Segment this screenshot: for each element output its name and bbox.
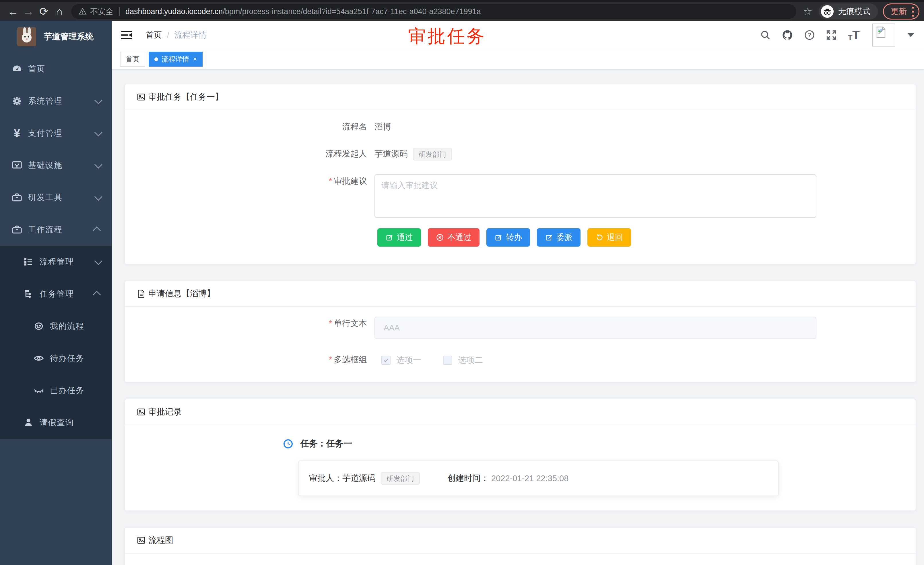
- sidebar-item-payment[interactable]: ¥ 支付管理: [0, 117, 112, 149]
- transfer-button[interactable]: 转办: [486, 228, 530, 246]
- sidebar-item-todo-tasks[interactable]: 待办任务: [0, 342, 112, 374]
- checkbox-group-label: 多选框组: [334, 355, 367, 364]
- apply-card-header: 申请信息【滔博】: [125, 281, 916, 307]
- dashboard-icon: [10, 63, 24, 75]
- apply-info-card: 申请信息【滔博】 *单行文本 *多选框组 选项一: [124, 281, 916, 383]
- font-size-icon[interactable]: TT: [848, 29, 860, 41]
- help-icon[interactable]: ?: [804, 30, 815, 41]
- chevron-down-icon: [94, 257, 102, 265]
- dept-tag: 研发部门: [413, 148, 452, 161]
- single-text-row: *单行文本: [136, 317, 904, 339]
- search-icon[interactable]: [760, 30, 771, 41]
- toolbox-icon: [10, 192, 24, 203]
- sidebar-item-my-process[interactable]: 我的流程: [0, 310, 112, 342]
- process-name-row: 流程名 滔博: [136, 120, 904, 133]
- active-dot-icon: [154, 57, 158, 61]
- incognito-badge: 无痕模式: [819, 3, 878, 20]
- picture-icon: [136, 535, 146, 545]
- menu-kebab-icon[interactable]: [912, 7, 914, 17]
- sidebar-item-workflow[interactable]: 工作流程: [0, 213, 112, 246]
- picture-icon: [136, 407, 146, 417]
- sidebar-item-infra[interactable]: 基础设施: [0, 149, 112, 182]
- tree-icon: [22, 289, 35, 299]
- clock-icon: [283, 439, 293, 449]
- user-icon: [22, 417, 35, 428]
- reject-button[interactable]: 不通过: [428, 228, 480, 246]
- suggestion-label: 审批建议: [334, 176, 367, 185]
- fullscreen-icon[interactable]: [826, 30, 837, 41]
- sidebar-item-leave-query[interactable]: 请假查询: [0, 407, 112, 439]
- page-content: 审批任务【任务一】 流程名 滔博 流程发起人 芋道源码研发部门 *审批建议: [112, 69, 924, 565]
- sidebar-item-done-tasks[interactable]: 已办任务: [0, 374, 112, 407]
- diagram-card-header: 流程图: [125, 528, 916, 553]
- undo-icon: [596, 233, 603, 242]
- suggestion-row: *审批建议: [136, 174, 904, 218]
- process-name-value: 滔博: [375, 120, 391, 133]
- tab-home[interactable]: 首页: [120, 52, 145, 67]
- list-tree-icon: [22, 256, 35, 267]
- sidebar-item-system[interactable]: 系统管理: [0, 85, 112, 117]
- initiator-label: 流程发起人: [136, 147, 375, 160]
- breadcrumb-separator: /: [167, 30, 169, 40]
- bookmark-star-icon[interactable]: ☆: [803, 6, 812, 18]
- sidebar-item-devtools[interactable]: 研发工具: [0, 182, 112, 213]
- chevron-down-icon: [94, 161, 102, 168]
- close-icon[interactable]: ×: [193, 56, 197, 63]
- checkbox-option2: [443, 356, 452, 365]
- back-icon[interactable]: ←: [5, 4, 21, 19]
- address-bar[interactable]: 不安全 dashboard.yudao.iocoder.cn /bpm/proc…: [71, 4, 796, 19]
- avatar-caret-icon[interactable]: [908, 33, 914, 37]
- svg-text:?: ?: [808, 32, 811, 38]
- tab-process-detail[interactable]: 流程详情 ×: [148, 52, 202, 67]
- chevron-down-icon: [94, 192, 102, 201]
- required-asterisk: *: [329, 176, 332, 185]
- record-card-title: 审批记录: [148, 406, 182, 418]
- record-card-header: 审批记录: [125, 399, 916, 425]
- timeline-detail-card: 审批人： 芋道源码 研发部门 创建时间： 2022-01-21 22:35:08: [298, 460, 779, 496]
- sidebar-item-task-mgmt[interactable]: 任务管理: [0, 278, 112, 310]
- checkbox-group-row: *多选框组 选项一 选项二: [136, 353, 904, 366]
- approval-actions: 通过 不通过 转办 委派: [377, 228, 904, 246]
- divider: [119, 7, 120, 16]
- approver-label: 审批人：: [309, 473, 342, 484]
- chevron-down-icon: [94, 96, 102, 104]
- delegate-button[interactable]: 委派: [537, 228, 580, 246]
- edit-icon: [545, 233, 553, 242]
- single-text-input: [375, 317, 816, 339]
- checkbox-group: 选项一 选项二: [375, 355, 499, 366]
- warning-icon: [79, 8, 87, 15]
- url-domain: dashboard.yudao.iocoder.cn: [125, 7, 223, 16]
- url-path: /bpm/process-instance/detail?id=54aa251f…: [223, 7, 481, 16]
- sidebar-menu: 首页 系统管理 ¥ 支付管理 基础设施: [0, 53, 112, 439]
- hamburger-collapse-icon[interactable]: [120, 30, 133, 40]
- checkbox-option2-label: 选项二: [458, 355, 483, 366]
- home-icon[interactable]: ⌂: [52, 4, 67, 19]
- sidebar-item-home[interactable]: 首页: [0, 53, 112, 85]
- forward-icon[interactable]: →: [21, 4, 36, 19]
- monitor-icon: [10, 159, 24, 171]
- return-button[interactable]: 退回: [587, 228, 631, 246]
- browser-update-button[interactable]: 更新: [883, 3, 920, 20]
- document-icon: [136, 289, 146, 299]
- yen-icon: ¥: [10, 128, 24, 139]
- apply-card-title: 申请信息【滔博】: [148, 288, 215, 299]
- check-icon: [383, 357, 389, 364]
- picture-icon: [136, 92, 146, 102]
- avatar[interactable]: [872, 24, 895, 47]
- briefcase-icon: [10, 224, 24, 236]
- suggestion-textarea[interactable]: [375, 174, 816, 218]
- checkbox-option1-label: 选项一: [396, 355, 421, 366]
- approve-button[interactable]: 通过: [377, 228, 421, 246]
- edit-icon: [494, 233, 502, 242]
- approval-task-card: 审批任务【任务一】 流程名 滔博 流程发起人 芋道源码研发部门 *审批建议: [124, 84, 916, 264]
- diagram-card-title: 流程图: [148, 535, 173, 546]
- approval-card-title: 审批任务【任务一】: [148, 91, 223, 103]
- incognito-label: 无痕模式: [838, 6, 870, 17]
- initiator-row: 流程发起人 芋道源码研发部门: [136, 147, 904, 161]
- sidebar-item-process-mgmt[interactable]: 流程管理: [0, 246, 112, 278]
- github-icon[interactable]: [782, 29, 793, 41]
- reload-icon[interactable]: ⟳: [36, 4, 52, 19]
- initiator-value: 芋道源码: [375, 149, 408, 158]
- timeline: 任务：任务一 审批人： 芋道源码 研发部门 创建时间： 2022-01-21 2…: [136, 438, 904, 496]
- breadcrumb-home[interactable]: 首页: [146, 30, 162, 41]
